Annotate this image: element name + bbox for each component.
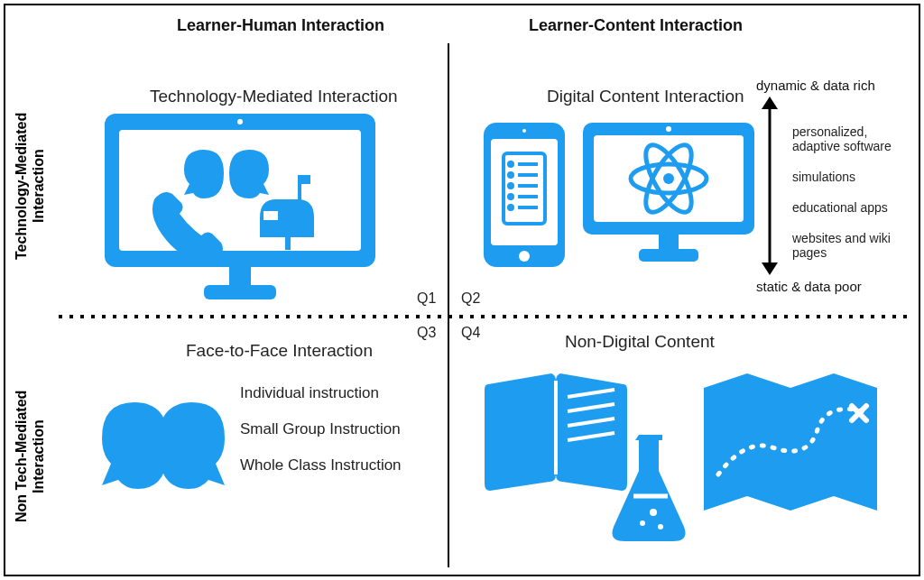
q3-title: Face-to-Face Interaction	[186, 341, 373, 361]
q3-list-item: Individual instruction	[240, 384, 402, 402]
svg-rect-5	[263, 211, 278, 220]
svg-marker-35	[762, 262, 778, 275]
svg-point-18	[509, 184, 513, 188]
row-label-top: Technology-Mediated Interaction	[13, 96, 47, 276]
svg-rect-27	[659, 235, 679, 251]
monitor-atom-icon	[583, 123, 754, 267]
svg-point-12	[522, 129, 526, 133]
double-arrow-icon	[756, 97, 783, 275]
svg-marker-45	[747, 373, 790, 511]
q3-list-item: Whole Class Instruction	[240, 456, 402, 474]
q4-title: Non-Digital Content	[565, 332, 715, 352]
q3-code: Q3	[417, 325, 436, 341]
arrow-item: educational apps	[792, 200, 901, 215]
q3-list-item: Small Group Instruction	[240, 420, 402, 438]
diagram-frame: Learner-Human Interaction Learner-Conten…	[4, 4, 920, 576]
svg-point-16	[509, 173, 513, 177]
svg-point-32	[663, 173, 674, 184]
folded-map-icon	[700, 366, 881, 511]
arrow-item: personalized, adaptive software	[792, 124, 901, 153]
vertical-divider	[448, 43, 449, 567]
col-header-right: Learner-Content Interaction	[529, 16, 743, 35]
q1-title: Technology-Mediated Interaction	[150, 87, 398, 106]
q2-code: Q2	[461, 290, 480, 307]
svg-point-41	[650, 509, 657, 516]
row-label-bottom: Non Tech-Mediated Interaction	[13, 366, 47, 547]
q2-title: Digital Content Interaction	[547, 87, 744, 106]
svg-point-42	[640, 520, 645, 526]
q1-code: Q1	[417, 290, 436, 307]
arrow-top-label: dynamic & data rich	[756, 78, 901, 93]
arrow-item: simulations	[792, 170, 901, 184]
svg-rect-28	[639, 249, 698, 262]
svg-rect-3	[229, 267, 251, 287]
svg-rect-4	[204, 285, 276, 299]
monitor-icon	[105, 114, 375, 303]
q3-list: Individual instruction Small Group Instr…	[240, 384, 402, 474]
svg-marker-44	[704, 373, 747, 511]
svg-rect-7	[298, 175, 310, 184]
svg-point-43	[658, 524, 663, 529]
svg-point-26	[666, 126, 671, 132]
svg-point-14	[509, 162, 513, 166]
svg-point-2	[237, 119, 243, 124]
svg-point-22	[509, 206, 513, 209]
svg-point-11	[519, 251, 530, 262]
horizontal-divider-dotted	[55, 314, 908, 319]
two-heads-icon	[91, 393, 236, 502]
arrow-items: personalized, adaptive software simulati…	[792, 124, 901, 261]
svg-marker-47	[834, 373, 877, 511]
svg-point-20	[509, 195, 513, 198]
q4-code: Q4	[461, 325, 480, 341]
smartphone-list-icon	[484, 123, 565, 267]
svg-rect-8	[285, 237, 291, 250]
flask-icon	[610, 429, 691, 547]
arrow-item: websites and wiki pages	[792, 231, 901, 260]
col-header-left: Learner-Human Interaction	[177, 16, 384, 35]
svg-marker-34	[762, 97, 778, 109]
arrow-bottom-label: static & data poor	[756, 279, 901, 294]
arrow-scale: dynamic & data rich static & data poor p…	[756, 78, 901, 303]
